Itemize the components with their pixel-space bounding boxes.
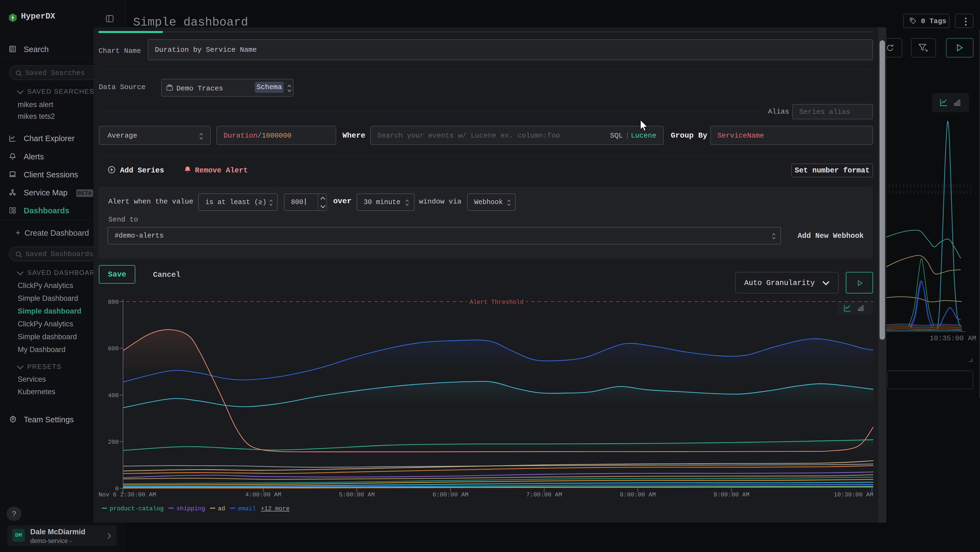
svg-text:shipping: shipping (177, 506, 205, 512)
svg-text:Nov 6 2:30:00 AM: Nov 6 2:30:00 AM (99, 491, 156, 498)
svg-text:10:30:00 AM: 10:30:00 AM (834, 491, 873, 498)
svg-text:7:00:00 AM: 7:00:00 AM (526, 491, 562, 498)
svg-text:600: 600 (108, 346, 119, 352)
svg-text:8:00:00 AM: 8:00:00 AM (620, 491, 656, 498)
svg-text:6:00:00 AM: 6:00:00 AM (433, 491, 468, 498)
svg-text:800: 800 (108, 299, 119, 306)
svg-text:400: 400 (108, 392, 119, 399)
svg-text:ad: ad (218, 506, 225, 512)
svg-text:product-catalog: product-catalog (110, 506, 164, 512)
svg-text:5:00:00 AM: 5:00:00 AM (339, 491, 375, 498)
svg-text:200: 200 (108, 439, 119, 446)
svg-text:Alert Threshold: Alert Threshold (469, 299, 523, 306)
svg-text:email: email (238, 506, 256, 512)
svg-text:+12 more: +12 more (261, 506, 290, 512)
svg-text:4:00:00 AM: 4:00:00 AM (245, 491, 281, 498)
svg-text:9:00:00 AM: 9:00:00 AM (713, 491, 749, 498)
